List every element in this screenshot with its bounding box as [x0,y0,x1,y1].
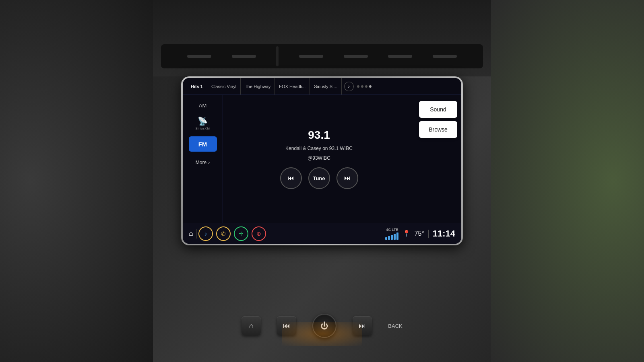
infotainment-screen: Hits 1 Classic Vinyl The Highway FOX Hea… [183,78,461,244]
action-buttons-panel: Sound Browse [415,95,461,223]
vent-slot [232,55,256,58]
signal-area: 4G LTE [385,228,398,240]
onstar-icon: ⊕ [256,230,261,237]
siriusxm-wifi-icon: 📡 [198,116,208,126]
siriusxm-button[interactable]: 📡 SiriusXM [195,116,210,130]
vent-divider [276,46,279,66]
physical-next-icon: ⏭ [359,322,366,330]
tab-fox-headlines[interactable]: FOX Headli... [275,78,310,95]
physical-prev-button[interactable]: ⏮ [277,316,296,335]
physical-home-icon: ⌂ [249,322,254,330]
tab-hits1[interactable]: Hits 1 [187,78,207,95]
phone-button[interactable]: ✆ [216,226,231,241]
physical-power-button[interactable]: ⏻ [312,314,336,338]
sound-button[interactable]: Sound [419,101,457,118]
station-frequency: 93.1 [308,129,330,142]
playback-controls: ⏮ Tune ⏭ [280,167,358,189]
station-info-panel: 93.1 Kendall & Casey on 93.1 WIBC @93WIB… [223,95,415,223]
signal-bar-2 [388,236,390,240]
physical-power-icon: ⏻ [320,321,328,331]
tune-label: Tune [313,175,325,181]
tab-dot-2 [361,85,363,88]
music-icon: ♪ [204,230,207,237]
nav-icon: ✛ [239,230,244,237]
music-button[interactable]: ♪ [198,226,213,241]
physical-back-button[interactable]: BACK [388,323,402,329]
am-button[interactable]: AM [196,101,210,110]
vent-slot [187,55,211,58]
vent-slot [388,55,412,58]
tabs-next-arrow[interactable]: › [344,82,354,91]
vent-slot [299,55,323,58]
tab-dot-3 [365,85,367,88]
home-icon: ⌂ [189,229,193,237]
temperature-display: 75° [415,230,424,237]
lte-label: 4G LTE [386,228,398,232]
signal-bar-5 [396,232,398,240]
tab-dot-1 [357,85,359,88]
signal-bar-3 [391,235,393,240]
status-right: 4G LTE 📍 75° 11:14 [385,228,455,240]
navigation-button[interactable]: ✛ [234,226,248,241]
prev-track-icon: ⏮ [288,175,294,182]
vent-bar [161,44,483,68]
onstar-button[interactable]: ⊕ [252,226,266,241]
browse-button[interactable]: Browse [419,121,457,138]
signal-bars [385,232,398,240]
physical-next-button[interactable]: ⏭ [353,316,372,335]
station-handle: @93WIBC [308,155,330,161]
air-vent-area [141,0,503,76]
source-sidebar: AM 📡 SiriusXM FM More › [183,95,223,223]
tab-dot-4 [369,85,372,88]
prev-track-button[interactable]: ⏮ [280,167,302,189]
vent-slot [433,55,457,58]
location-icon: 📍 [402,230,411,237]
right-dashboard-panel [491,0,644,362]
signal-bar-4 [394,234,396,240]
physical-controls: ⌂ ⏮ ⏻ ⏭ BACK [181,306,463,346]
left-dashboard-panel [0,0,153,362]
next-track-icon: ⏭ [344,175,351,182]
vent-slot [344,55,368,58]
signal-bar-1 [385,237,387,240]
screen-container: Hits 1 Classic Vinyl The Highway FOX Hea… [181,76,463,245]
screen-bezel: Hits 1 Classic Vinyl The Highway FOX Hea… [181,76,463,245]
tab-classic-vinyl[interactable]: Classic Vinyl [207,78,241,95]
tab-the-highway[interactable]: The Highway [241,78,275,95]
siriusxm-label: SiriusXM [195,127,210,130]
main-content: AM 📡 SiriusXM FM More › 93.1 Kendall & C… [183,95,461,223]
tab-dots [357,85,372,88]
tab-siriusly[interactable]: Siriusly Si... [310,78,341,95]
physical-prev-icon: ⏮ [283,322,290,330]
more-button[interactable]: More › [196,160,210,165]
status-bar: ⌂ ♪ ✆ ✛ ⊕ [183,223,461,244]
home-button[interactable]: ⌂ [189,229,193,238]
fm-button[interactable]: FM [189,136,217,152]
time-display: 11:14 [433,228,455,239]
status-separator-1 [196,229,197,239]
physical-home-button[interactable]: ⌂ [242,316,261,335]
nav-tabs: Hits 1 Classic Vinyl The Highway FOX Hea… [183,78,461,95]
phone-icon: ✆ [221,230,226,237]
time-separator [428,230,429,238]
next-track-button[interactable]: ⏭ [336,167,358,189]
tune-button[interactable]: Tune [308,167,330,189]
station-name: Kendall & Casey on 93.1 WIBC [285,145,353,152]
